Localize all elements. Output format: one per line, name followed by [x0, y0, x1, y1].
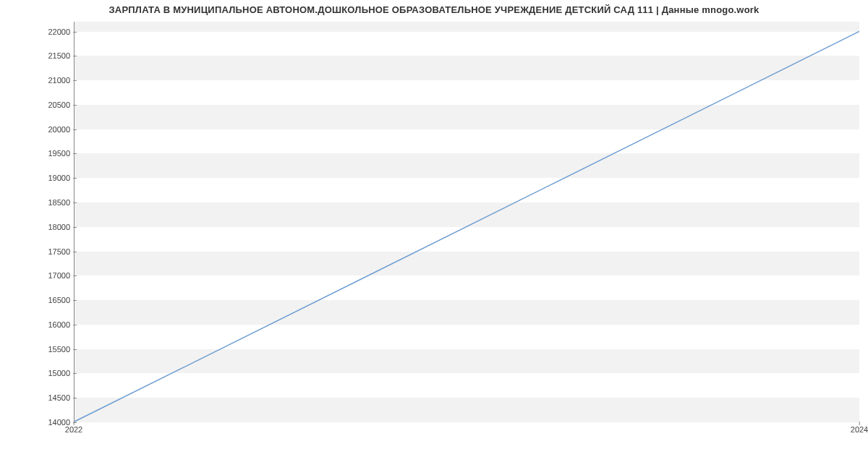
x-tick-label: 2024 [851, 425, 868, 434]
y-tick-label: 19500 [41, 149, 70, 158]
y-tick-label: 16500 [41, 296, 70, 304]
y-tick-label: 18500 [41, 198, 70, 207]
y-tick-label: 16000 [41, 320, 70, 329]
salary-chart: ЗАРПЛАТА В МУНИЦИПАЛЬНОЕ АВТОНОМ.ДОШКОЛЬ… [0, 0, 868, 448]
y-tick-label: 22000 [41, 27, 70, 36]
x-tick-label: 2022 [65, 425, 82, 434]
y-tick-label: 18000 [41, 223, 70, 231]
chart-title: ЗАРПЛАТА В МУНИЦИПАЛЬНОЕ АВТОНОМ.ДОШКОЛЬ… [0, 4, 868, 15]
plot-area [74, 22, 859, 422]
y-tick-label: 21000 [41, 76, 70, 85]
y-tick-label: 20500 [41, 101, 70, 109]
y-tick-label: 15000 [41, 369, 70, 377]
y-tick-label: 19000 [41, 174, 70, 182]
y-tick-label: 20000 [41, 125, 70, 134]
y-tick-label: 17500 [41, 247, 70, 256]
y-tick-label: 17000 [41, 271, 70, 280]
y-tick-label: 15500 [41, 345, 70, 354]
y-tick-label: 21500 [41, 51, 70, 60]
y-tick-label: 14500 [41, 393, 70, 402]
data-line [75, 22, 859, 422]
